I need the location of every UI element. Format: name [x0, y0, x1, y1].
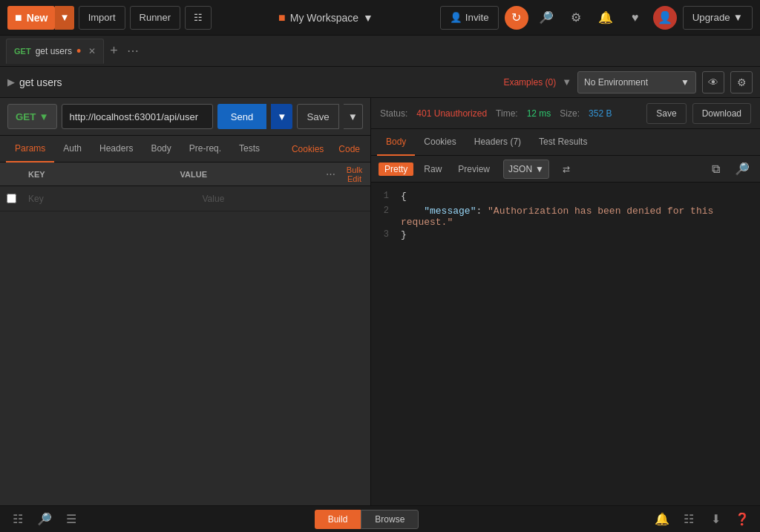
runner-button[interactable]: Runner [130, 6, 181, 30]
settings-button[interactable]: ⚙ [564, 6, 588, 30]
tab-params[interactable]: Params [6, 136, 54, 162]
environment-value: No Environment [584, 77, 648, 88]
resp-tab-body[interactable]: Body [377, 129, 415, 156]
sync-button[interactable]: ↻ [505, 6, 528, 30]
method-value: GET [16, 111, 36, 122]
new-label: New [27, 12, 48, 24]
bottom-grid-button[interactable]: ☷ [678, 509, 699, 530]
import-button[interactable]: Import [79, 6, 125, 30]
workspace-center: ■ My Workspace ▼ [216, 11, 436, 24]
invite-button[interactable]: 👤 Invite [440, 6, 499, 30]
browse-button[interactable]: Browse [361, 510, 419, 529]
search-response-button[interactable]: 🔎 [732, 159, 753, 180]
workspace-button[interactable]: ■ My Workspace ▼ [278, 11, 373, 24]
bottom-layout-button[interactable]: ☷ [7, 509, 28, 530]
nav-right: 👤 Invite ↻ 🔎 ⚙ 🔔 ♥ 👤 Upgrade ▼ [440, 6, 753, 30]
tab-auth[interactable]: Auth [54, 136, 91, 162]
tab-tests[interactable]: Tests [230, 136, 269, 162]
layout-icon: ☷ [194, 12, 203, 23]
table-row [0, 186, 370, 211]
status-value: 401 Unauthorized [416, 108, 487, 119]
resp-tab-cookies[interactable]: Cookies [415, 129, 465, 156]
env-left: ▶ get users [7, 76, 62, 88]
tab-add-button[interactable]: + [107, 43, 121, 59]
resp-download-button[interactable]: Download [692, 103, 751, 124]
bottom-bar: ☷ 🔎 ☰ Build Browse 🔔 ☷ ⬇ ❓ [0, 505, 760, 532]
code-line-2: 2 "message": "Authorization has been den… [371, 205, 760, 229]
tab-prereq[interactable]: Pre-req. [180, 136, 230, 162]
bottom-right: 🔔 ☷ ⬇ ❓ [652, 509, 753, 530]
resp-tab-test-results[interactable]: Test Results [530, 129, 596, 156]
bottom-download-button[interactable]: ⬇ [705, 509, 726, 530]
th-key: KEY [22, 170, 174, 179]
wrap-button[interactable]: ⇄ [557, 162, 576, 176]
workspace-label: My Workspace [290, 12, 358, 24]
avatar-button[interactable]: 👤 [653, 6, 677, 30]
resp-tab-headers[interactable]: Headers (7) [465, 129, 530, 156]
th-value: VALUE [174, 170, 327, 179]
top-nav: ■ New ▼ Import Runner ☷ ■ My Workspace ▼… [0, 0, 760, 36]
bottom-search-button[interactable]: 🔎 [34, 509, 55, 530]
examples-link[interactable]: Examples (0) [503, 77, 556, 88]
colon: : [476, 206, 488, 217]
line-content-2: "message": "Authorization has been denie… [401, 206, 760, 228]
notifications-button[interactable]: 🔔 [594, 6, 618, 30]
bottom-help-button[interactable]: ❓ [732, 509, 753, 530]
build-button[interactable]: Build [315, 510, 361, 529]
size-value: 352 B [589, 108, 612, 119]
format-select[interactable]: JSON ▼ [503, 160, 549, 179]
send-dropdown-button[interactable]: ▼ [271, 104, 292, 129]
view-preview-button[interactable]: Preview [452, 162, 496, 176]
env-eye-button[interactable]: 👁 [702, 71, 724, 93]
row-actions-icon: ⋯ [326, 168, 335, 180]
method-select[interactable]: GET ▼ [7, 104, 57, 129]
view-pretty-button[interactable]: Pretty [379, 162, 413, 176]
bottom-history-button[interactable]: ☰ [61, 509, 82, 530]
send-button[interactable]: Send [217, 104, 266, 129]
plus-icon: ■ [15, 11, 22, 24]
left-panel: GET ▼ Send ▼ Save ▼ Params Auth Headers … [0, 98, 371, 505]
save-dropdown-button[interactable]: ▼ [344, 104, 363, 129]
bulk-edit-button[interactable]: Bulk Edit [338, 165, 370, 183]
resp-save-button[interactable]: Save [646, 103, 686, 124]
new-button[interactable]: ■ New [7, 6, 55, 30]
tab-more-button[interactable]: ⋯ [124, 44, 142, 58]
format-value: JSON [508, 164, 532, 174]
view-raw-button[interactable]: Raw [418, 162, 448, 176]
invite-label: Invite [465, 12, 489, 23]
url-bar: GET ▼ Send ▼ Save ▼ [0, 98, 370, 136]
table-header: KEY VALUE ⋯ Bulk Edit [0, 162, 370, 186]
tab-body[interactable]: Body [142, 136, 180, 162]
search-button[interactable]: 🔎 [534, 6, 558, 30]
new-dropdown-button[interactable]: ▼ [55, 6, 73, 30]
response-tabs: Body Cookies Headers (7) Test Results [371, 129, 760, 156]
bottom-notifications-button[interactable]: 🔔 [652, 509, 672, 530]
expand-icon: ▶ [7, 76, 15, 88]
code-link[interactable]: Code [334, 144, 364, 154]
td-value [197, 193, 371, 204]
copy-button[interactable]: ⧉ [705, 159, 726, 180]
environment-select[interactable]: No Environment ▼ [577, 71, 696, 93]
key-input[interactable] [28, 194, 191, 204]
cookies-link[interactable]: Cookies [287, 144, 328, 154]
row-checkbox[interactable] [7, 194, 16, 203]
body-view-bar: Pretty Raw Preview JSON ▼ ⇄ ⧉ 🔎 [371, 156, 760, 183]
workspace-icon: ■ [278, 11, 286, 24]
tab-headers[interactable]: Headers [91, 136, 142, 162]
response-status-bar: Status: 401 Unauthorized Time: 12 ms Siz… [371, 98, 760, 129]
time-value: 12 ms [527, 108, 551, 119]
save-button[interactable]: Save [297, 104, 338, 129]
tab-modified-dot: • [76, 45, 81, 58]
env-settings-button[interactable]: ⚙ [730, 71, 753, 93]
layout-icon-button[interactable]: ☷ [185, 6, 212, 30]
tab-get-users[interactable]: GET get users • ✕ [6, 39, 104, 64]
line-content-3: } [401, 229, 760, 243]
right-panel: Status: 401 Unauthorized Time: 12 ms Siz… [371, 98, 760, 505]
upgrade-button[interactable]: Upgrade ▼ [683, 6, 753, 30]
value-input[interactable] [203, 194, 365, 204]
favorites-button[interactable]: ♥ [623, 6, 647, 30]
workspace-chevron-icon: ▼ [363, 12, 373, 24]
tab-close-button[interactable]: ✕ [88, 46, 96, 56]
url-input[interactable] [62, 104, 213, 129]
code-line-3: 3 } [371, 229, 760, 243]
